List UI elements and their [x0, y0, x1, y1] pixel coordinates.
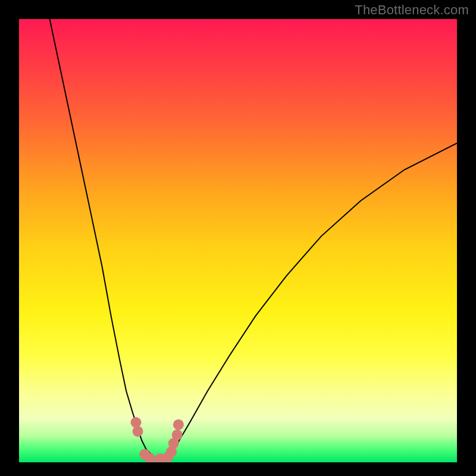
data-point — [172, 430, 183, 440]
curve-right — [159, 143, 458, 462]
data-point — [131, 417, 142, 428]
data-point — [133, 426, 143, 437]
chart-container: TheBottleneck.com — [0, 0, 476, 476]
data-points — [131, 417, 184, 462]
curves-svg — [19, 19, 457, 462]
curve-left — [50, 19, 159, 462]
data-point — [173, 419, 184, 430]
plot-area — [19, 19, 457, 462]
watermark-text: TheBottleneck.com — [355, 2, 469, 18]
